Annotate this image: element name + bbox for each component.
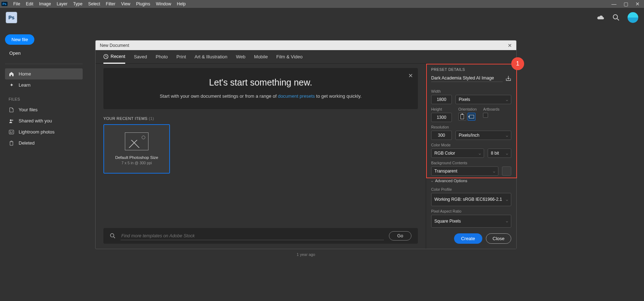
tab-recent[interactable]: Recent [103, 50, 125, 64]
bit-depth-select[interactable]: 8 bit⌵ [488, 149, 511, 158]
recent-label-text: YOUR RECENT ITEMS [103, 116, 147, 121]
height-input[interactable] [431, 113, 452, 122]
color-profile-value: Working RGB: sRGB IEC61966-2.1 [434, 197, 502, 202]
par-label: Pixel Aspect Ratio [431, 209, 511, 213]
svg-line-1 [617, 19, 619, 20]
nav-home-label: Home [19, 71, 31, 77]
stock-search-input[interactable] [121, 232, 384, 240]
color-profile-select[interactable]: Working RGB: sRGB IEC61966-2.1⌵ [431, 193, 511, 206]
preset-card-default[interactable]: Default Photoshop Size 7 x 5 in @ 300 pp… [103, 124, 170, 174]
svg-point-0 [613, 15, 618, 19]
menu-plugins[interactable]: Plugins [133, 1, 153, 6]
minimize-icon[interactable]: — [611, 1, 616, 7]
tab-saved[interactable]: Saved [134, 50, 147, 63]
orientation-landscape[interactable] [468, 113, 475, 121]
trash-icon [9, 141, 14, 146]
color-mode-label: Color Mode [431, 143, 511, 147]
chevron-down-icon: ⌵ [506, 151, 508, 155]
tab-photo[interactable]: Photo [156, 50, 168, 63]
menu-filter[interactable]: Filter [103, 1, 118, 6]
preset-details-head: PRESET DETAILS [431, 67, 511, 72]
open-button[interactable]: Open [5, 47, 25, 59]
close-window-icon[interactable]: ✕ [635, 1, 640, 7]
create-button[interactable]: Create [454, 233, 482, 244]
nav-learn[interactable]: ✦ Learn [5, 79, 83, 91]
menu-view[interactable]: View [118, 1, 133, 6]
bg-swatch[interactable] [502, 166, 511, 176]
ps-app-icon[interactable]: Ps [6, 12, 17, 23]
resolution-label: Resolution [431, 125, 511, 129]
menu-window[interactable]: Window [153, 1, 174, 6]
chevron-down-icon: ⌵ [506, 98, 508, 102]
recent-count: (1) [149, 116, 154, 121]
learn-icon: ✦ [9, 82, 14, 88]
bg-contents-label: Background Contents [431, 161, 511, 165]
user-avatar[interactable] [628, 12, 638, 23]
people-icon [9, 119, 14, 123]
menu-layer[interactable]: Layer [54, 1, 70, 6]
color-profile-label: Color Profile [431, 187, 511, 191]
tab-recent-label: Recent [111, 54, 125, 59]
resolution-input[interactable] [431, 131, 452, 140]
search-icon[interactable] [613, 14, 620, 21]
home-sidebar: New file Open Home ✦ Learn FILES Your fi… [0, 27, 88, 156]
lightroom-icon: Lr [9, 130, 14, 134]
height-label: Height [431, 107, 452, 111]
chevron-down-icon: ⌵ [431, 179, 433, 183]
menu-edit[interactable]: Edit [23, 1, 36, 6]
save-preset-icon[interactable] [506, 76, 511, 81]
hero-title: Let's start something new. [118, 77, 404, 88]
go-button[interactable]: Go [389, 231, 411, 241]
nav-lightroom-label: Lightroom photos [19, 129, 54, 135]
stock-search-row: Go [103, 228, 418, 244]
nav-shared[interactable]: Shared with you [5, 115, 83, 126]
preset-name-input[interactable] [431, 74, 503, 82]
resolution-unit-select[interactable]: Pixels/Inch⌵ [455, 131, 511, 140]
dialog-main: ✕ Let's start something new. Start with … [96, 64, 426, 249]
nav-your-files[interactable]: Your files [5, 104, 83, 115]
par-select[interactable]: Square Pixels⌵ [431, 215, 511, 228]
chevron-down-icon: ⌵ [506, 133, 508, 137]
new-file-button[interactable]: New file [5, 34, 34, 45]
hero-text-b: to get working quickly. [315, 93, 362, 99]
nav-deleted[interactable]: Deleted [5, 137, 83, 149]
dialog-titlebar: New Document ✕ [96, 40, 516, 50]
orientation-label: Orientation [458, 107, 477, 111]
advanced-options-toggle[interactable]: ⌵ Advanced Options [431, 179, 511, 183]
cloud-icon[interactable] [597, 15, 605, 20]
width-input[interactable] [431, 95, 452, 104]
width-unit-select[interactable]: Pixels⌵ [455, 95, 511, 104]
width-unit-value: Pixels [459, 97, 470, 102]
tab-film[interactable]: Film & Video [276, 50, 302, 63]
hero-close-icon[interactable]: ✕ [408, 72, 413, 79]
tab-art[interactable]: Art & Illustration [195, 50, 228, 63]
menu-image[interactable]: Image [36, 1, 54, 6]
hero-text-a: Start with your own document settings or… [160, 93, 278, 99]
chevron-down-icon: ⌵ [506, 198, 508, 202]
svg-point-2 [10, 119, 12, 121]
svg-point-3 [12, 120, 13, 121]
resolution-unit-value: Pixels/Inch [459, 133, 479, 138]
menu-help[interactable]: Help [174, 1, 189, 6]
maximize-icon[interactable]: ▢ [624, 1, 628, 7]
chevron-down-icon: ⌵ [479, 151, 481, 155]
close-button[interactable]: Close [486, 233, 511, 244]
menu-file[interactable]: File [10, 1, 23, 6]
preset-thumb-icon [125, 132, 148, 150]
color-mode-select[interactable]: RGB Color⌵ [431, 149, 484, 158]
artboards-checkbox[interactable] [483, 113, 488, 118]
tab-web[interactable]: Web [236, 50, 246, 63]
tab-print[interactable]: Print [176, 50, 186, 63]
orientation-portrait[interactable] [458, 113, 466, 121]
menu-select[interactable]: Select [85, 1, 103, 6]
dialog-close-icon[interactable]: ✕ [508, 43, 512, 48]
menu-type[interactable]: Type [70, 1, 85, 6]
tab-mobile[interactable]: Mobile [254, 50, 268, 63]
par-value: Square Pixels [434, 219, 461, 224]
bg-contents-select[interactable]: Transparent⌵ [431, 166, 498, 176]
document-presets-link[interactable]: document presets [278, 93, 315, 99]
hero-text: Start with your own document settings or… [118, 93, 404, 100]
nav-lightroom[interactable]: Lr Lightroom photos [5, 126, 83, 137]
nav-home[interactable]: Home [5, 68, 83, 79]
hero-banner: ✕ Let's start something new. Start with … [103, 68, 418, 109]
